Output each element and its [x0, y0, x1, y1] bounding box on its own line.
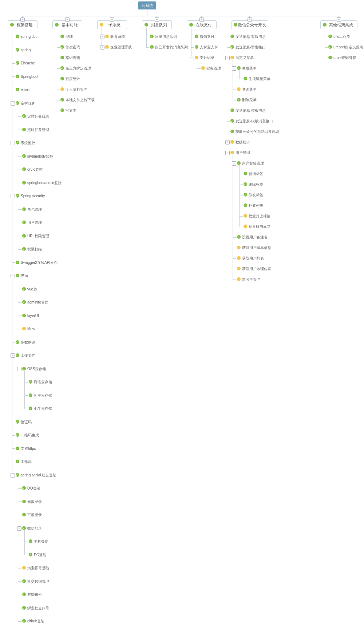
tree-node[interactable]: layerUI	[22, 313, 39, 319]
tree-node[interactable]: spring social 社交登陆	[16, 472, 56, 479]
tree-node[interactable]: spring	[16, 47, 31, 54]
tree-node[interactable]: 获取用户地理位置	[237, 266, 271, 272]
tree-node[interactable]: 验证码	[16, 419, 32, 425]
tree-node[interactable]: Mew	[22, 326, 35, 332]
tree-node[interactable]: Ehcache	[16, 60, 35, 67]
tree-node[interactable]: javamelody监控	[22, 153, 53, 160]
tree-node[interactable]: 黑名单管理	[237, 276, 260, 283]
tree-node[interactable]: PC登陆	[29, 552, 46, 558]
tree-node[interactable]: 用户标签管理	[237, 160, 264, 167]
tree-node[interactable]: 多数据源	[16, 339, 35, 346]
tree-node[interactable]: 忘记密码	[60, 55, 80, 61]
tree-node[interactable]: 数据统计	[230, 139, 250, 146]
tree-node[interactable]: 设置用户备注名	[237, 234, 268, 241]
tree-node[interactable]: 解绑账号	[22, 591, 42, 598]
tree-node[interactable]: 百度统计	[60, 76, 80, 82]
node-toggle[interactable]	[232, 66, 236, 71]
tree-node[interactable]: 七牛云存储	[29, 405, 52, 412]
tree-node[interactable]: 百度登录	[22, 512, 42, 518]
tree-node[interactable]: 微信支付	[195, 33, 214, 40]
cat-toggle[interactable]	[65, 17, 70, 22]
tree-node[interactable]: 支持https	[16, 445, 36, 452]
tree-node[interactable]: 微信登录	[22, 525, 42, 532]
tree-node[interactable]: vue.js	[22, 286, 37, 293]
node-toggle[interactable]	[100, 45, 104, 49]
tree-node[interactable]: email	[16, 87, 29, 93]
tree-node[interactable]: 自定义菜单	[230, 55, 254, 61]
tree-node[interactable]: QQ登录	[22, 485, 40, 492]
node-toggle[interactable]	[225, 140, 230, 144]
tree-node[interactable]: 自己开发的消息队列	[150, 44, 188, 51]
tree-node[interactable]: druid监控	[22, 166, 43, 173]
tree-node[interactable]: 阿里消息队列	[150, 33, 177, 40]
tree-node[interactable]: 个人资料管理	[60, 86, 87, 93]
tree-node[interactable]: 新浪登录	[22, 499, 42, 505]
tree-node[interactable]: 发送消息-模板消息	[230, 107, 266, 114]
tree-node[interactable]: urule规则引擎	[328, 55, 356, 61]
node-toggle[interactable]	[190, 56, 194, 60]
node-toggle[interactable]	[11, 141, 15, 145]
tree-node[interactable]: 发送消息-群发接口	[230, 44, 266, 51]
tree-node[interactable]: 支付记录	[195, 55, 214, 61]
node-toggle[interactable]	[232, 161, 236, 166]
tree-node[interactable]: 批量取消标签	[244, 223, 270, 230]
tree-node[interactable]: 腾讯云存储	[29, 379, 52, 385]
tree-node[interactable]: Swagger2在线API文档	[16, 259, 58, 266]
tree-node[interactable]: 删除标签	[244, 181, 263, 188]
root-node[interactable]: 云系统	[138, 1, 156, 9]
tree-node[interactable]: 生成菜单	[237, 65, 257, 72]
tree-node[interactable]: uflo工作流	[328, 33, 350, 40]
tree-node[interactable]: Springboot	[16, 74, 38, 80]
node-toggle[interactable]	[11, 101, 15, 106]
tree-node[interactable]: 手机登陆	[29, 538, 48, 545]
node-toggle[interactable]	[100, 35, 104, 39]
tree-node[interactable]: 本地文件上传下载	[60, 97, 95, 103]
tree-node[interactable]: 权限扫描	[22, 246, 42, 253]
tree-node[interactable]: 登陆	[60, 33, 73, 40]
tree-node[interactable]: 社交数据管理	[22, 578, 49, 585]
tree-node[interactable]: 标签列表	[244, 202, 263, 209]
tree-node[interactable]: github登陆	[22, 618, 44, 625]
cat-toggle[interactable]	[199, 17, 204, 22]
tree-node[interactable]: 删除菜单	[237, 97, 257, 103]
tree-node[interactable]: 发送消息-客服消息	[230, 33, 266, 40]
tree-node[interactable]: 界面	[16, 273, 28, 279]
tree-node[interactable]: 发送消息-模板消息接口	[230, 118, 273, 124]
tree-node[interactable]: 用户管理	[230, 150, 250, 156]
node-toggle[interactable]	[11, 353, 15, 358]
tree-node[interactable]: Spring security	[16, 193, 45, 199]
cat-toggle[interactable]	[110, 17, 114, 22]
tree-node[interactable]: 修改标签	[244, 192, 263, 198]
node-toggle[interactable]	[17, 367, 21, 371]
tree-node[interactable]: 定时任务	[16, 100, 35, 107]
node-toggle[interactable]	[225, 56, 230, 60]
cat-toggle[interactable]	[248, 17, 252, 22]
tree-node[interactable]: 系统监控	[16, 140, 35, 146]
cat-toggle[interactable]	[337, 17, 341, 22]
tree-node[interactable]: 新增标签	[244, 171, 263, 177]
tree-node[interactable]: 定时任务日志	[22, 113, 49, 120]
tree-node[interactable]: 业务管理	[201, 65, 221, 72]
tree-node[interactable]: 支付宝支付	[195, 44, 218, 51]
tree-node[interactable]: 定时任务管理	[22, 127, 49, 133]
node-toggle[interactable]	[11, 274, 15, 278]
tree-node[interactable]: 获取用户基本信息	[237, 245, 271, 251]
tree-node[interactable]: 获取用户列表	[237, 255, 264, 262]
node-toggle[interactable]	[11, 194, 15, 198]
tree-node[interactable]: URL权限管理	[22, 233, 49, 239]
tree-node[interactable]: 生成链接菜单	[244, 76, 270, 82]
tree-node[interactable]: 批量打上标签	[244, 213, 270, 219]
tree-node[interactable]: ureport自定义报表	[328, 44, 363, 51]
cat-toggle[interactable]	[155, 17, 159, 22]
tree-node[interactable]: 用户管理	[22, 219, 42, 226]
tree-node[interactable]: 教育系统	[105, 33, 125, 40]
tree-node[interactable]: 修改密码	[60, 44, 80, 51]
tree-node[interactable]: 查询菜单	[237, 86, 257, 93]
tree-node[interactable]: OSS云存储	[22, 366, 46, 372]
node-toggle[interactable]	[11, 473, 15, 478]
tree-node[interactable]: 工作流	[16, 459, 32, 465]
tree-node[interactable]: springbootadmin监控	[22, 180, 62, 186]
tree-node[interactable]: 企业管理系统	[105, 44, 132, 51]
tree-node[interactable]: 富文本	[60, 107, 76, 114]
tree-node[interactable]: 淘宝帐号登陆	[22, 565, 49, 571]
